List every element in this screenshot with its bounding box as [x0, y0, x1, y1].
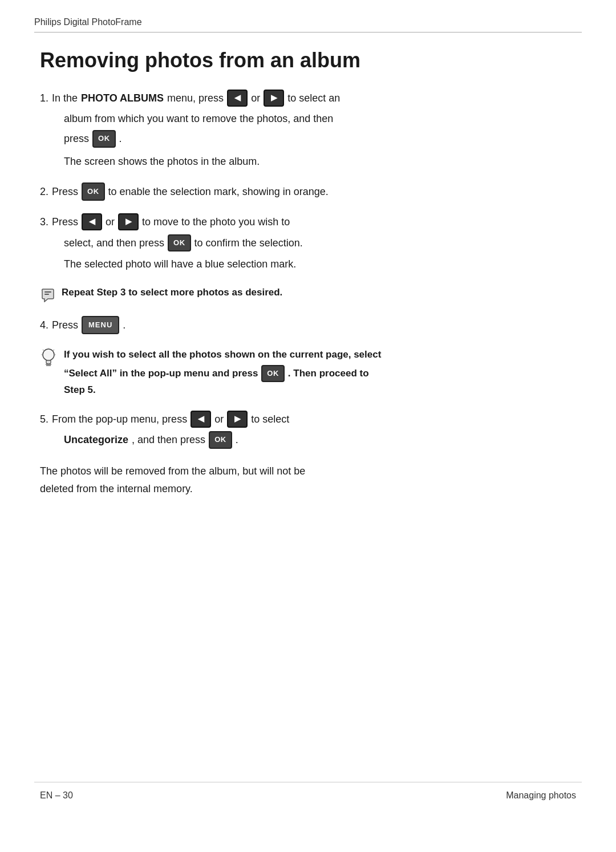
step-3-or: or — [106, 213, 115, 231]
step-3: 3. Press ◀ or ▶ to move to the photo you… — [40, 213, 582, 273]
ok-btn-1: OK — [92, 130, 116, 148]
step-1-press-ok: press OK . — [64, 130, 582, 148]
closing-line1: The photos will be removed from the albu… — [40, 462, 582, 480]
tip-line2: “Select All” in the pop-up menu and pres… — [64, 365, 381, 383]
footer-section-label: Managing photos — [506, 790, 576, 801]
note-repeat: Repeat Step 3 to select more photos as d… — [40, 285, 582, 306]
svg-point-2 — [43, 349, 54, 360]
step-4-press: Press — [52, 317, 78, 334]
menu-btn: MENU — [82, 316, 119, 334]
step-1-or: or — [251, 90, 260, 107]
step-1: 1. In the PHOTO ALBUMS menu, press ◀ or … — [40, 90, 582, 170]
step-2: 2. Press OK to enable the selection mark… — [40, 182, 582, 201]
step-5-indent: Uncategorize , and then press OK . — [64, 431, 582, 449]
arrow-right-btn-3: ▶ — [118, 213, 139, 230]
ok-btn-5: OK — [209, 431, 232, 449]
step-1-period: . — [119, 131, 122, 147]
step-5-or: or — [214, 411, 224, 428]
step-3-indent: select, and then press OK to confirm the… — [64, 234, 582, 252]
ok-btn-3: OK — [168, 234, 191, 252]
ok-btn-tip: OK — [261, 365, 285, 383]
tip-bulb-icon — [40, 347, 57, 374]
step-1-screen-text: The screen shows the photos in the album… — [64, 153, 582, 170]
step-4: 4. Press MENU . — [40, 316, 582, 334]
step-1-bold: PHOTO ALBUMS — [81, 90, 164, 107]
step-3-row: 3. Press ◀ or ▶ to move to the photo you… — [40, 213, 582, 231]
svg-line-6 — [43, 350, 44, 351]
tip-content: If you wish to select all the photos sho… — [64, 347, 381, 397]
svg-line-7 — [53, 350, 54, 351]
tip-line2-pre: “Select All” in the pop-up menu and pres… — [64, 366, 258, 381]
arrow-left-btn-1: ◀ — [227, 90, 248, 107]
step-4-row: 4. Press MENU . — [40, 316, 582, 334]
step-2-number: 2. — [40, 183, 48, 201]
step-1-text-2: menu, press — [167, 90, 224, 107]
footer-page-number: EN – 30 — [40, 790, 73, 801]
tip-line3: Step 5. — [64, 382, 381, 397]
tip-line1: If you wish to select all the photos sho… — [64, 347, 381, 362]
step-5: 5. From the pop-up menu, press ◀ or ▶ to… — [40, 411, 582, 449]
arrow-left-btn-3: ◀ — [82, 213, 102, 230]
arrow-right-btn-5: ▶ — [227, 411, 248, 428]
step-2-row: 2. Press OK to enable the selection mark… — [40, 182, 582, 201]
page-footer: EN – 30 Managing photos — [34, 782, 582, 806]
closing-text: The photos will be removed from the albu… — [40, 462, 582, 497]
main-content: 1. In the PHOTO ALBUMS menu, press ◀ or … — [34, 90, 582, 782]
step-1-row: 1. In the PHOTO ALBUMS menu, press ◀ or … — [40, 90, 582, 107]
tip-line2-post: . Then proceed to — [288, 366, 369, 381]
step-1-press-label: press — [64, 131, 89, 147]
step-5-post: to select — [251, 411, 289, 428]
step-3-number: 3. — [40, 213, 48, 231]
page-title: Removing photos from an album — [40, 48, 582, 72]
step-1-text-1: In the — [52, 90, 78, 107]
step-5-mid: , and then press — [132, 432, 205, 448]
step-3-press: Press — [52, 213, 78, 231]
uncategorize-label: Uncategorize — [64, 432, 128, 448]
step-1-indent: album from which you want to remove the … — [64, 111, 582, 127]
page-divider — [34, 32, 582, 33]
closing-line2: deleted from the internal memory. — [40, 480, 582, 498]
step-5-row: 5. From the pop-up menu, press ◀ or ▶ to… — [40, 411, 582, 428]
step-1-number: 1. — [40, 90, 48, 107]
svg-rect-1 — [44, 294, 49, 295]
step-3-select-text: select, and then press — [64, 235, 164, 251]
tip-block: If you wish to select all the photos sho… — [40, 347, 582, 397]
step-5-pre: From the pop-up menu, press — [52, 411, 187, 428]
step-3-text: to move to the photo you wish to — [142, 213, 290, 231]
step-4-period: . — [123, 317, 125, 334]
step-5-period: . — [236, 432, 238, 448]
step-1-text-3: to select an — [287, 90, 340, 107]
step-3-confirm: to confirm the selection. — [194, 235, 303, 251]
step-2-text: to enable the selection mark, showing in… — [108, 183, 329, 201]
ok-btn-2: OK — [82, 182, 105, 201]
step-5-number: 5. — [40, 411, 48, 428]
page-container: Philips Digital PhotoFrame Removing phot… — [0, 0, 616, 852]
svg-rect-0 — [44, 291, 51, 293]
note-icon — [40, 286, 56, 306]
step-3-blue-mark: The selected photo will have a blue sele… — [64, 256, 582, 273]
arrow-left-btn-5: ◀ — [191, 411, 211, 428]
step-2-press: Press — [52, 183, 78, 201]
tip-icon-wrapper — [40, 347, 57, 374]
arrow-right-btn-1: ▶ — [264, 90, 284, 107]
step-4-number: 4. — [40, 317, 48, 334]
brand-header: Philips Digital PhotoFrame — [34, 17, 582, 27]
note-repeat-text: Repeat Step 3 to select more photos as d… — [62, 285, 282, 300]
